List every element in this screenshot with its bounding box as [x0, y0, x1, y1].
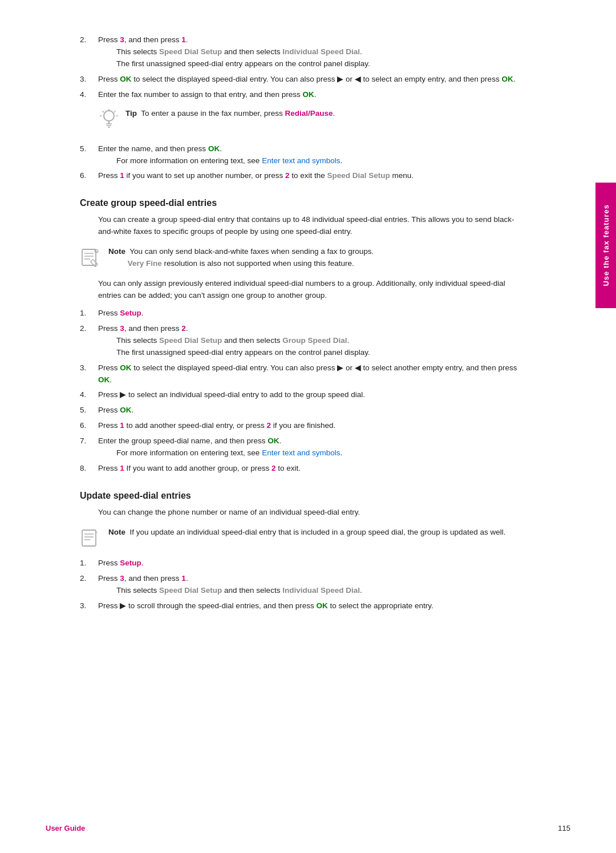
key-3b: 3 — [120, 574, 124, 583]
step-num: 4. — [80, 89, 98, 101]
step-text: Press 1 to add another speed-dial entry,… — [98, 420, 525, 432]
step-text: Press 3, and then press 1. This selects … — [98, 573, 525, 597]
step-text: Enter the fax number to assign to that e… — [98, 89, 525, 101]
step-text: Press OK to select the displayed speed-d… — [98, 362, 525, 386]
enter-text-link2[interactable]: Enter text and symbols — [262, 448, 340, 457]
key-ok: OK — [120, 363, 131, 372]
note-pencil-icon2: ✎ — [80, 528, 102, 549]
key-ok3: OK — [120, 406, 131, 414]
step-text: Press OK. — [98, 405, 525, 417]
enter-text-link[interactable]: Enter text and symbols — [262, 156, 340, 165]
list-item: 2. Press 3, and then press 1. This selec… — [80, 34, 525, 70]
section1-heading: Create group speed-dial entries — [80, 198, 525, 208]
side-tab: Use the fax features — [595, 183, 616, 308]
list-item: 4. Enter the fax number to assign to tha… — [80, 89, 525, 101]
page: Use the fax features 2. Press 3, and the… — [0, 0, 616, 853]
list-item: 5. Enter the name, and then press OK. Fo… — [80, 143, 525, 167]
speed-dial-setup-ref4: Speed Dial Setup — [159, 586, 222, 595]
step-text: Press Setup. — [98, 557, 525, 569]
list-item: 2. Press 3, and then press 2. This selec… — [80, 323, 525, 359]
setup-ref2: Setup — [120, 559, 141, 567]
key-1: 1 — [181, 35, 186, 44]
setup-ref: Setup — [120, 309, 141, 317]
step-text: Press ▶ to select an individual speed-di… — [98, 389, 525, 401]
step-num: 8. — [80, 463, 98, 475]
section1-intro: You can create a group speed-dial entry … — [98, 214, 525, 238]
step-num: 2. — [80, 573, 98, 597]
redial-pause-ref: Redial/Pause — [285, 109, 333, 118]
list-item: 5. Press OK. — [80, 405, 525, 417]
step-num: 4. — [80, 389, 98, 401]
tip-text: Tip To enter a pause in the fax number, … — [125, 108, 525, 120]
lightbulb-icon — [98, 108, 120, 133]
section1-note-box: ✎ Note You can only send black-and-white… — [80, 246, 525, 270]
key-ok5: OK — [316, 601, 327, 610]
key-ok2: OK — [501, 75, 513, 83]
section1-note-text: Note You can only send black-and-white f… — [108, 246, 525, 270]
list-item: 3. Press ▶ to scroll through the speed-d… — [80, 600, 525, 612]
step-text: Enter the name, and then press OK. For m… — [98, 143, 525, 167]
key-1: 1 — [120, 464, 124, 472]
step-text: Enter the group speed-dial name, and the… — [98, 435, 525, 459]
key-3: 3 — [120, 324, 124, 333]
list-item: 6. Press 1 to add another speed-dial ent… — [80, 420, 525, 432]
group-speed-dial-ref: Group Speed Dial — [282, 336, 347, 345]
step-text: Press OK to select the displayed speed-d… — [98, 74, 525, 86]
key-2: 2 — [271, 464, 276, 472]
step-text: Press 3, and then press 2. This selects … — [98, 323, 525, 359]
key-2: 2 — [181, 324, 186, 333]
list-item: 4. Press ▶ to select an individual speed… — [80, 389, 525, 401]
note-icon2: ✎ — [80, 528, 102, 549]
list-item: 1. Press Setup. — [80, 557, 525, 569]
key-ok2: OK — [98, 375, 110, 384]
note-pencil-icon: ✎ — [80, 247, 102, 269]
key-ok: OK — [208, 144, 220, 153]
svg-text:✎: ✎ — [95, 250, 98, 253]
svg-rect-18 — [82, 530, 96, 546]
step-num: 6. — [80, 170, 98, 182]
list-item: 3. Press OK to select the displayed spee… — [80, 74, 525, 86]
svg-line-6 — [103, 111, 104, 112]
list-item: 3. Press OK to select the displayed spee… — [80, 362, 525, 386]
tip-icon — [98, 108, 120, 133]
section1-para2: You can only assign previously entered i… — [98, 278, 525, 302]
key-1b: 1 — [181, 574, 186, 583]
key-1: 1 — [120, 421, 124, 430]
list-item: 2. Press 3, and then press 1. This selec… — [80, 573, 525, 597]
side-tab-label: Use the fax features — [602, 204, 610, 286]
key-ok4: OK — [268, 436, 279, 445]
section2-heading: Update speed-dial entries — [80, 491, 525, 501]
section1-steps-list: 1. Press Setup. 2. Press 3, and then pre… — [80, 308, 525, 475]
key-2: 2 — [285, 171, 290, 180]
footer-left: User Guide — [46, 824, 85, 832]
svg-line-7 — [114, 111, 116, 112]
step-num: 3. — [80, 600, 98, 612]
very-fine-ref: Very Fine — [128, 259, 162, 268]
section2-note-text: Note If you update an individual speed-d… — [108, 527, 525, 539]
step-num: 3. — [80, 362, 98, 386]
key-2: 2 — [266, 421, 271, 430]
content-area: 2. Press 3, and then press 1. This selec… — [80, 34, 525, 612]
step-text: Press 1 If you want to add another group… — [98, 463, 525, 475]
section2-note-box: ✎ Note If you update an individual speed… — [80, 527, 525, 549]
step-num: 5. — [80, 405, 98, 417]
step-text: Press ▶ to scroll through the speed-dial… — [98, 600, 525, 612]
step-num: 2. — [80, 323, 98, 359]
step-num: 1. — [80, 308, 98, 320]
individual-speed-dial-ref: Individual Speed Dial — [282, 47, 360, 56]
step-num: 6. — [80, 420, 98, 432]
tip-box: Tip To enter a pause in the fax number, … — [98, 108, 525, 133]
speed-dial-setup-ref3: Speed Dial Setup — [159, 336, 222, 345]
list-item: 6. Press 1 if you want to set up another… — [80, 170, 525, 182]
svg-text:✎: ✎ — [95, 531, 98, 534]
tip-label: Tip — [125, 109, 137, 118]
step-text: Press 1 if you want to set up another nu… — [98, 170, 525, 182]
footer-right: 115 — [558, 824, 570, 832]
section2-intro: You can change the phone number or name … — [98, 507, 525, 519]
list-item: 8. Press 1 If you want to add another gr… — [80, 463, 525, 475]
footer: User Guide 115 — [0, 824, 616, 832]
list-item: 7. Enter the group speed-dial name, and … — [80, 435, 525, 459]
svg-point-0 — [104, 111, 114, 121]
individual-speed-dial-ref2: Individual Speed Dial — [282, 586, 360, 595]
step-num: 7. — [80, 435, 98, 459]
